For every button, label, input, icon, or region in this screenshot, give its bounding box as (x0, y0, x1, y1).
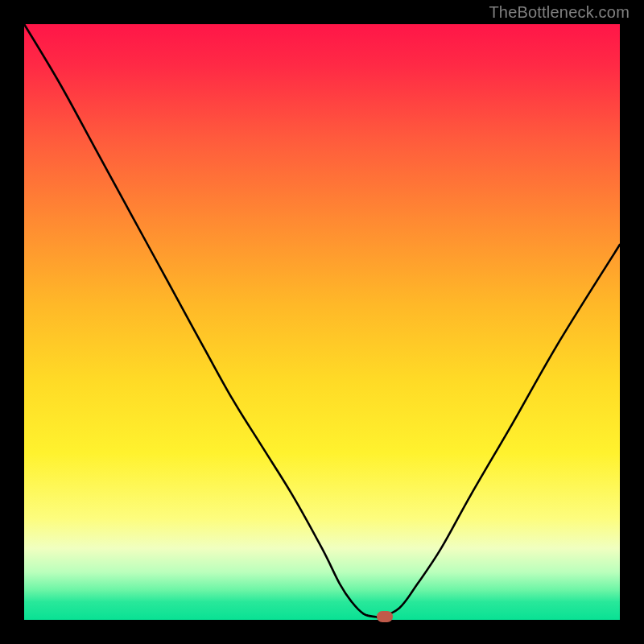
outer-frame: TheBottleneck.com (0, 0, 644, 644)
plot-area (24, 24, 620, 620)
optimal-point-marker (377, 611, 393, 622)
bottleneck-curve (24, 24, 620, 620)
watermark-text: TheBottleneck.com (489, 3, 630, 22)
